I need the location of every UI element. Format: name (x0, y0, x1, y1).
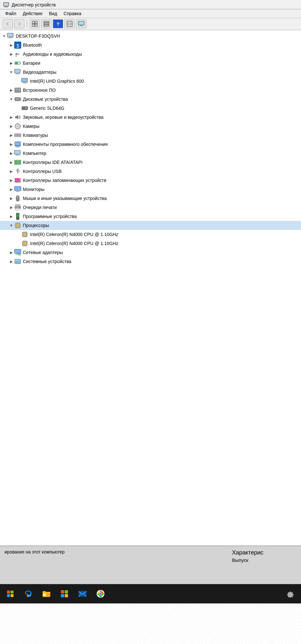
storage-label: Контроллеры запоминающих устройств (23, 178, 106, 183)
svg-point-86 (19, 179, 20, 180)
expand-keyboard[interactable]: ▶ (8, 132, 14, 138)
tree-root[interactable]: ▼ DESKTOP-F3DQSVH (0, 32, 301, 41)
expand-system[interactable]: ▶ (8, 259, 14, 264)
edge-button[interactable] (21, 587, 35, 601)
forward-button[interactable] (14, 19, 24, 28)
view1-button[interactable] (30, 19, 40, 28)
mail-button[interactable] (75, 587, 90, 601)
svg-point-82 (18, 171, 20, 172)
bottom-left-text: ирование на этот компьютер (5, 549, 226, 554)
tree-software[interactable]: ▶ Компоненты программного обеспечения (0, 140, 301, 149)
expand-display[interactable]: ▼ (8, 69, 14, 75)
menu-file[interactable]: Файл (3, 10, 19, 17)
bottom-panel: ирование на этот компьютер Характерис Вы… (0, 545, 301, 584)
tree-audio[interactable]: ▶ Аудиовходы и аудиовыходы (0, 50, 301, 59)
tree-ide[interactable]: ▶ Контроллеры IDE ATA/ATAPI (0, 158, 301, 167)
tree-cpu2[interactable]: Intel(R) Celeron(R) N4000 CPU @ 1.10GHz (0, 239, 301, 248)
expand-softdev[interactable]: ▶ (8, 213, 14, 219)
tree-computer[interactable]: ▶ Компьютер (0, 149, 301, 158)
expand-battery[interactable]: ▶ (8, 60, 14, 66)
expand-print[interactable]: ▶ (8, 204, 14, 210)
svg-rect-75 (15, 162, 17, 163)
menu-help[interactable]: Справка (61, 10, 84, 17)
svg-rect-21 (8, 38, 13, 38)
bottom-action-text: ирование на этот компьютер (5, 549, 65, 554)
expand-storage[interactable]: ▶ (8, 177, 14, 183)
expand-sound[interactable]: ▶ (8, 114, 14, 120)
title-icon (3, 2, 9, 8)
svg-rect-29 (15, 70, 20, 73)
expand-monitor[interactable]: ▶ (8, 186, 14, 192)
expand-mouse[interactable]: ▶ (8, 195, 14, 201)
tree-storage[interactable]: ▶ Контроллеры запоминающих устройств (0, 176, 301, 185)
expand-computer[interactable]: ▶ (8, 150, 14, 156)
back-button[interactable] (3, 19, 13, 28)
expand-bluetooth[interactable]: ▶ (8, 42, 14, 48)
tree-usb[interactable]: ▶ Контроллеры USB (0, 167, 301, 176)
start-button[interactable] (3, 587, 17, 601)
expand-disk[interactable]: ▼ (8, 96, 14, 102)
settings-button[interactable] (284, 587, 298, 601)
tree-monitor[interactable]: ▶ Мониторы (0, 185, 301, 194)
svg-rect-34 (24, 82, 26, 83)
keyboard-icon (14, 132, 21, 139)
sound-icon (14, 114, 21, 121)
tree-keyboard[interactable]: ▶ Клавиатуры (0, 131, 301, 140)
tree-cpu1[interactable]: Intel(R) Celeron(R) N4000 CPU @ 1.10GHz (0, 230, 301, 239)
svg-point-87 (19, 181, 20, 182)
expand-firmware[interactable]: ▶ (8, 87, 14, 93)
tree-intel-gpu[interactable]: Intel(R) UHD Graphics 600 (0, 77, 301, 86)
tree-softdev[interactable]: ▶ Программные устройства (0, 212, 301, 221)
expand-network[interactable]: ▶ (8, 250, 14, 255)
expand-audio[interactable]: ▶ (8, 51, 14, 57)
tree-mouse[interactable]: ▶ Мыши и иные указывающие устройства (0, 194, 301, 203)
tree-cpu[interactable]: ▼ Процес (0, 221, 301, 230)
mouse-icon (14, 195, 21, 202)
help-button[interactable]: ? (53, 19, 63, 28)
tree-generic-disk[interactable]: Generic SLD64G (0, 104, 301, 113)
svg-rect-15 (79, 22, 83, 24)
svg-rect-158 (7, 594, 10, 597)
tree-camera[interactable]: ▶ Камеры (0, 122, 301, 131)
tree-display[interactable]: ▼ Видеоадаптеры (0, 68, 301, 77)
tree-firmware[interactable]: ▶ Встроенное ПО (0, 86, 301, 95)
tree-view: ▼ DESKTOP-F3DQSVH ▶ ʒ Bluetooth ▶ (0, 30, 301, 267)
print-label: Очереди печати (23, 205, 57, 210)
tree-bluetooth[interactable]: ▶ ʒ Bluetooth (0, 41, 301, 50)
tree-sound[interactable]: ▶ Звуковые, игровые и видеоустройства (0, 113, 301, 122)
tree-print[interactable]: ▶ Очереди печати (0, 203, 301, 212)
menu-view[interactable]: Вид (46, 10, 60, 17)
tree-system[interactable]: ▶ Системные устройства (0, 257, 301, 266)
tree-battery[interactable]: ▶ Батареи (0, 59, 301, 68)
expand-root[interactable]: ▼ (1, 33, 7, 39)
intel-gpu-label: Intel(R) UHD Graphics 600 (30, 79, 84, 84)
expand-cpu[interactable]: ▼ (8, 223, 14, 228)
svg-rect-155 (18, 261, 20, 262)
expand-software[interactable]: ▶ (8, 141, 14, 147)
svg-rect-165 (65, 594, 68, 597)
cpu1-icon (21, 231, 28, 238)
battery-icon (14, 60, 21, 67)
tree-disk[interactable]: ▼ Дисковые устройства (0, 95, 301, 104)
chrome-button[interactable] (93, 587, 108, 601)
characteristics-text: Характерис (232, 549, 296, 556)
svg-rect-81 (16, 170, 18, 171)
view3-button[interactable] (64, 19, 75, 28)
svg-rect-3 (4, 3, 8, 6)
main-content: ▼ DESKTOP-F3DQSVH ▶ ʒ Bluetooth ▶ (0, 30, 301, 545)
svg-rect-67 (17, 146, 19, 147)
explorer-button[interactable] (39, 587, 53, 601)
expand-ide[interactable]: ▶ (8, 159, 14, 165)
svg-rect-117 (23, 233, 26, 236)
menu-action[interactable]: Действие (20, 10, 45, 17)
cpu2-icon (21, 240, 28, 247)
expand-camera[interactable]: ▶ (8, 123, 14, 129)
computer-button[interactable] (76, 19, 86, 28)
svg-rect-7 (35, 24, 37, 26)
store-button[interactable] (57, 587, 72, 601)
svg-rect-154 (17, 261, 18, 263)
softdev-icon (14, 213, 21, 220)
view2-button[interactable] (41, 19, 52, 28)
tree-network[interactable]: ▶ Сетевые адаптеры (0, 248, 301, 257)
expand-usb[interactable]: ▶ (8, 168, 14, 174)
